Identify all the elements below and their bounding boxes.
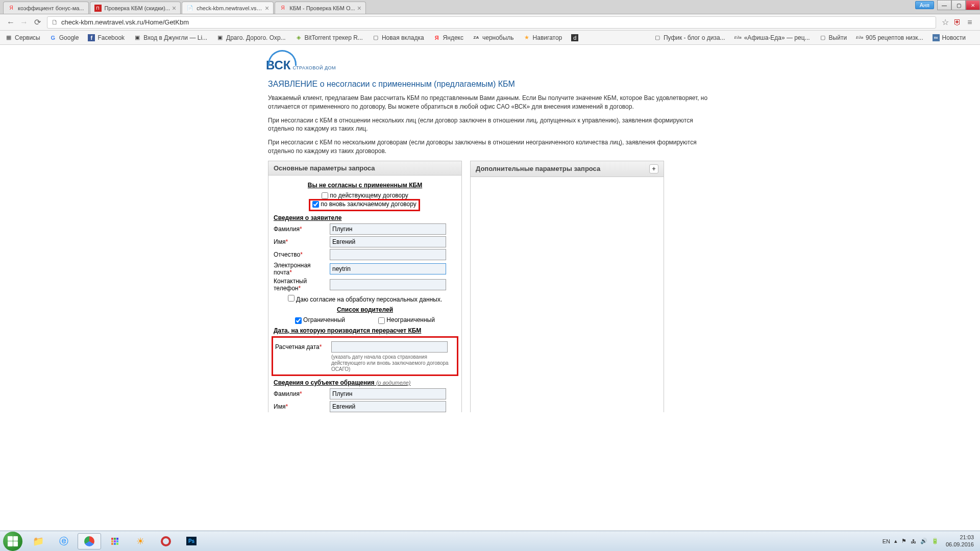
bookmark-item[interactable]: ▦Сервисы: [5, 34, 40, 41]
bookmark-label: Facebook: [97, 34, 125, 41]
section-applicant-header: Сведения о заявителе: [274, 214, 456, 221]
tray-show-hidden-icon[interactable]: ▴: [894, 538, 897, 544]
checkbox-limited[interactable]: Ограниченный: [295, 316, 345, 323]
input-patronymic[interactable]: [330, 249, 446, 260]
nav-back-button[interactable]: ←: [4, 16, 17, 29]
bookmark-item[interactable]: Еда«Афиша-Еда» — рец...: [734, 34, 810, 41]
favicon-yandex-icon: Я: [279, 5, 286, 12]
browser-tabs: Я коэффициент бонус-ма... П Проверка КБМ…: [0, 0, 980, 14]
close-icon[interactable]: ×: [172, 4, 176, 12]
panel-header[interactable]: Основные параметры запроса: [268, 161, 461, 176]
bookmark-label: Навигатор: [533, 34, 562, 41]
tray-lang[interactable]: EN: [883, 538, 890, 544]
bookmark-item[interactable]: fFacebook: [88, 34, 125, 41]
tray-battery-icon[interactable]: 🔋: [932, 538, 939, 544]
taskbar-explorer[interactable]: 📁: [27, 533, 50, 549]
input-subj-lastname[interactable]: [330, 388, 446, 399]
panel-header[interactable]: Дополнительные параметры запроса +: [471, 161, 664, 177]
tray-volume-icon[interactable]: 🔊: [920, 538, 927, 544]
label-phone: Контактный телефон*: [274, 278, 330, 292]
favicon-yandex-icon: Я: [8, 5, 15, 12]
tray-clock[interactable]: 21:03 06.09.2016: [946, 534, 974, 547]
bookmark-item[interactable]: ▢Выйти: [819, 34, 847, 41]
nav-forward-button[interactable]: →: [17, 16, 31, 29]
address-bar[interactable]: 🗋 check-kbm.newtravel.vsk.ru/Home/GetKbm: [47, 16, 936, 29]
input-firstname[interactable]: [330, 236, 446, 247]
label-subj-firstname: Имя*: [274, 403, 330, 410]
bookmark-item[interactable]: d: [571, 34, 581, 41]
bookmark-item[interactable]: ◈BitTorrent трекер R...: [295, 34, 363, 41]
taskbar-app[interactable]: ☀: [129, 533, 152, 549]
bookmark-item[interactable]: Еда905 рецептов низк...: [856, 34, 923, 41]
bookmark-label: «Афиша-Еда» — рец...: [744, 34, 810, 41]
window-close-button[interactable]: ✕: [966, 0, 980, 10]
bookmark-item[interactable]: ▢Новая вкладка: [372, 34, 424, 41]
input-email[interactable]: [330, 263, 446, 274]
bookmark-item[interactable]: ★Навигатор: [523, 34, 562, 41]
bookmark-item[interactable]: ZAчернобыль: [473, 34, 514, 41]
bookmark-label: Выйти: [829, 34, 847, 41]
taskbar-chrome[interactable]: [78, 533, 101, 549]
google-icon: G: [50, 34, 57, 41]
bookmark-item[interactable]: ЯЯндекс: [433, 34, 463, 41]
chrome-menu-button[interactable]: ≡: [964, 18, 976, 27]
taskbar-opera[interactable]: [154, 533, 178, 549]
label-patronymic: Отчество*: [274, 251, 330, 258]
start-button[interactable]: [3, 532, 22, 551]
tray-flag-icon[interactable]: ⚑: [901, 538, 906, 544]
tray-network-icon[interactable]: 🖧: [911, 538, 916, 544]
bookmark-label: Вход в Джунгли — Li...: [143, 34, 207, 41]
eda-icon: Еда: [856, 34, 863, 41]
checkbox-new-contract[interactable]: по вновь заключаемому договору: [312, 201, 416, 208]
window-maximize-button[interactable]: ▢: [951, 0, 966, 10]
site-icon: ▢: [654, 34, 661, 41]
windows-logo-icon: [8, 536, 18, 546]
browser-tab-active[interactable]: 📄 check-kbm.newtravel.vsk... ×: [182, 2, 274, 14]
label-lastname: Фамилия*: [274, 226, 330, 233]
checkbox-label: по действующему договору: [330, 192, 408, 199]
close-icon[interactable]: ×: [357, 4, 361, 12]
close-icon[interactable]: ×: [265, 4, 269, 12]
taskbar-ie[interactable]: ⓔ: [52, 533, 76, 549]
bookmark-label: Новости: [942, 34, 966, 41]
bookmark-item[interactable]: GGoogle: [50, 34, 79, 41]
nav-reload-button[interactable]: ⟳: [31, 16, 44, 29]
checkbox-unlimited[interactable]: Неограниченный: [378, 316, 435, 323]
bookmark-label: Пуфик - блог о диза...: [664, 34, 725, 41]
bookmark-label: BitTorrent трекер R...: [305, 34, 363, 41]
input-calcdate[interactable]: [331, 341, 448, 353]
input-lastname[interactable]: [330, 223, 446, 235]
bookmark-item[interactable]: ▢Пуфик - блог о диза...: [654, 34, 725, 41]
checkbox-consent[interactable]: Даю согласие на обработку персональных д…: [288, 296, 443, 303]
bookmark-item[interactable]: ▣Драго. Дорого. Охр...: [216, 34, 286, 41]
window-minimize-button[interactable]: —: [937, 0, 951, 10]
input-phone[interactable]: [330, 279, 446, 290]
chrome-user-badge[interactable]: Аня: [915, 1, 934, 9]
expand-icon[interactable]: +: [649, 164, 658, 173]
checkbox-input[interactable]: [322, 192, 328, 199]
bookmark-star-icon[interactable]: ☆: [939, 17, 951, 27]
system-tray: EN ▴ ⚑ 🖧 🔊 🔋 21:03 06.09.2016: [880, 534, 977, 547]
bookmark-item[interactable]: вкНовости: [933, 34, 966, 41]
browser-tab[interactable]: Я коэффициент бонус-ма...: [3, 2, 89, 14]
apps-icon: ▦: [5, 34, 12, 41]
checkbox-label: по вновь заключаемому договору: [321, 201, 416, 208]
tab-title: КБМ - Проверка КБМ О...: [289, 5, 355, 11]
eda-icon: Еда: [734, 34, 742, 41]
adblock-icon[interactable]: ⛨: [951, 18, 964, 27]
bookmark-label: Сервисы: [15, 34, 40, 41]
input-subj-firstname[interactable]: [330, 401, 446, 412]
browser-tab[interactable]: П Проверка КБМ (скидки)... ×: [90, 2, 181, 14]
taskbar-app[interactable]: [103, 533, 127, 549]
checkbox-input[interactable]: [378, 317, 385, 324]
browser-tab[interactable]: Я КБМ - Проверка КБМ О... ×: [275, 2, 366, 14]
bookmark-item[interactable]: ▣Вход в Джунгли — Li...: [134, 34, 207, 41]
checkbox-input[interactable]: [295, 317, 302, 324]
checkbox-input[interactable]: [288, 295, 295, 302]
favicon-page-icon: 📄: [186, 5, 193, 12]
bittorrent-icon: ◈: [295, 34, 302, 41]
checkbox-input[interactable]: [312, 201, 319, 208]
taskbar-photoshop[interactable]: Ps: [180, 533, 203, 549]
yandex-icon: Я: [433, 34, 440, 41]
checkbox-active-contract[interactable]: по действующему договору: [322, 192, 408, 199]
